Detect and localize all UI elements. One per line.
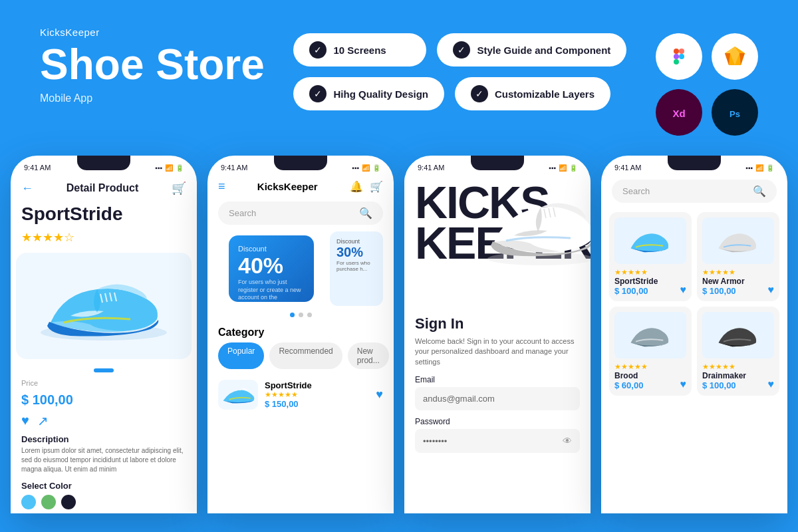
- grid-shoe-2-svg: [714, 223, 763, 258]
- phone2-nav-icons: 🔔 🛒: [350, 180, 383, 193]
- feature-badge-quality: ✓ Hihg Quality Design: [293, 77, 444, 110]
- feature-label-quality: Hihg Quality Design: [333, 88, 428, 100]
- heart-grid-2[interactable]: ♥: [768, 284, 775, 296]
- signal-icon-2: ▪▪▪: [352, 164, 359, 172]
- eye-icon[interactable]: 👁: [563, 436, 572, 446]
- brand-name: KicksKeeper: [40, 27, 265, 38]
- product-grid: ★★★★★ SportStride $ 100,00 ♥ ★★★★★ New A…: [601, 207, 787, 401]
- battery-icon-4: 🔋: [766, 164, 774, 172]
- phone3-time: 9:41 AM: [418, 164, 444, 172]
- phone2-app-name: KicksKeeper: [257, 181, 318, 192]
- heart-grid-4[interactable]: ♥: [768, 378, 775, 390]
- password-input[interactable]: •••••••• 👁: [415, 429, 580, 453]
- price-label: Price: [21, 379, 38, 387]
- check-icon-3: ✓: [309, 85, 327, 102]
- photoshop-icon: Ps: [712, 89, 758, 136]
- svg-point-4: [679, 54, 684, 59]
- banner2-label: Discount: [336, 238, 376, 245]
- banner1-label: Discount: [238, 245, 305, 253]
- banner2-percent: 30%: [336, 245, 376, 260]
- search-placeholder-4: Search: [622, 186, 747, 196]
- cart-icon[interactable]: 🛒: [172, 181, 186, 196]
- feature-label-style: Style Guide and Component: [477, 45, 610, 56]
- phone2-status-icons: ▪▪▪ 📶 🔋: [352, 164, 380, 172]
- phones-section: 9:41 AM ▪▪▪ 📶 🔋 ← Detail Product 🛒 Sport…: [0, 156, 798, 513]
- svg-rect-0: [674, 49, 679, 54]
- phone1-header: ← Detail Product 🛒: [11, 176, 197, 201]
- grid-img-4: [702, 312, 774, 358]
- grid-product-drainmaker: ★★★★★ Drainmaker $ 100,00 ♥: [697, 307, 779, 396]
- check-icon-1: ✓: [309, 41, 327, 59]
- tools-section: Xd Ps: [656, 33, 758, 136]
- tab-new[interactable]: New prod...: [348, 342, 389, 369]
- product-list-item-1: SportStride ★★★★★ $ 150,00 ♥: [207, 374, 394, 415]
- svg-text:Ps: Ps: [730, 109, 740, 119]
- grid-stars-3: ★★★★★: [614, 362, 686, 371]
- search-bar-4[interactable]: Search 🔍: [612, 180, 777, 203]
- email-value: andus@gmail.com: [423, 394, 495, 404]
- phone2-notch: [274, 156, 327, 170]
- grid-name-3: Brood: [614, 371, 686, 380]
- banner1-percent: 40%: [238, 253, 305, 279]
- grid-shoe-3-svg: [626, 318, 676, 352]
- feature-badge-custom: ✓ Customizable Layers: [455, 77, 610, 110]
- signin-hero-section: KICKS KEEPER: [404, 176, 591, 309]
- svg-rect-1: [679, 49, 684, 54]
- menu-icon[interactable]: ≡: [218, 180, 225, 194]
- search-icon-4: 🔍: [753, 185, 766, 198]
- phone3-status-icons: ▪▪▪ 📶 🔋: [549, 164, 577, 172]
- color-option-blue[interactable]: [21, 495, 36, 509]
- color-label: Select Color: [21, 481, 186, 491]
- wifi-icon-3: 📶: [559, 164, 567, 172]
- wifi-icon-2: 📶: [362, 164, 370, 172]
- product-name-sportstride: SportStride: [11, 201, 197, 227]
- detail-product-title: Detail Product: [66, 182, 138, 194]
- product-stars-1: ★★★★☆: [11, 227, 197, 247]
- color-option-green[interactable]: [41, 495, 56, 509]
- email-label: Email: [415, 375, 580, 384]
- product-price-list-1: $ 150,00: [265, 399, 369, 409]
- product-name-list-1: SportStride: [265, 380, 369, 390]
- product-stars-list-1: ★★★★★: [265, 390, 369, 399]
- battery-icon: 🔋: [176, 164, 184, 172]
- search-bar-2[interactable]: Search 🔍: [218, 201, 383, 225]
- grid-price-4: $ 100,00: [702, 380, 774, 390]
- heart-icon-list-1[interactable]: ♥: [376, 388, 383, 402]
- grid-price-3: $ 60,00: [614, 380, 686, 390]
- phone-signin: 9:41 AM ▪▪▪ 📶 🔋 KICKS KEEPER: [404, 156, 591, 513]
- heart-grid-3[interactable]: ♥: [680, 378, 687, 390]
- grid-price-2: $ 100,00: [702, 286, 774, 296]
- main-title: Shoe Store: [40, 43, 265, 86]
- svg-rect-2: [674, 54, 679, 59]
- email-input[interactable]: andus@gmail.com: [415, 387, 580, 410]
- phone1-time: 9:41 AM: [24, 164, 51, 172]
- grid-price-1: $ 100,00: [614, 286, 686, 296]
- back-icon[interactable]: ←: [21, 182, 33, 196]
- grid-img-1: [614, 217, 686, 264]
- product-price-1: $ 100,00: [11, 390, 197, 410]
- share-icon-1[interactable]: ↗: [37, 413, 49, 429]
- feature-badge-style: ✓ Style Guide and Component: [437, 33, 626, 66]
- grid-product-newarmor: ★★★★★ New Armor $ 100,00 ♥: [697, 212, 779, 301]
- tab-recommended[interactable]: Recommended: [269, 342, 342, 369]
- phone-grid: 9:41 AM ▪▪▪ 📶 🔋 Search 🔍 ★: [601, 156, 787, 513]
- description-label: Description: [21, 434, 186, 444]
- bell-icon[interactable]: 🔔: [350, 180, 363, 193]
- phone-detail-product: 9:41 AM ▪▪▪ 📶 🔋 ← Detail Product 🛒 Sport…: [11, 156, 197, 513]
- heart-icon-1[interactable]: ♥: [21, 413, 29, 429]
- tab-popular[interactable]: Popular: [218, 342, 264, 369]
- header: KicksKeeper Shoe Store Mobile App ✓ 10 S…: [0, 0, 798, 156]
- action-row-1: ♥ ↗: [11, 410, 197, 432]
- dot-1: [290, 313, 295, 317]
- color-option-dark[interactable]: [61, 495, 76, 509]
- svg-text:Xd: Xd: [672, 108, 685, 119]
- heart-grid-1[interactable]: ♥: [680, 284, 687, 296]
- phone2-nav: ≡ KicksKeeper 🔔 🛒: [207, 176, 394, 198]
- check-icon-4: ✓: [471, 85, 488, 102]
- grid-product-brood: ★★★★★ Brood $ 60,00 ♥: [609, 307, 692, 396]
- grid-stars-1: ★★★★★: [614, 268, 686, 277]
- grid-name-4: Drainmaker: [702, 371, 774, 380]
- banner1-desc: For users who just register or create a …: [238, 279, 305, 302]
- cart-icon-2[interactable]: 🛒: [370, 180, 383, 193]
- grid-img-3: [614, 312, 686, 358]
